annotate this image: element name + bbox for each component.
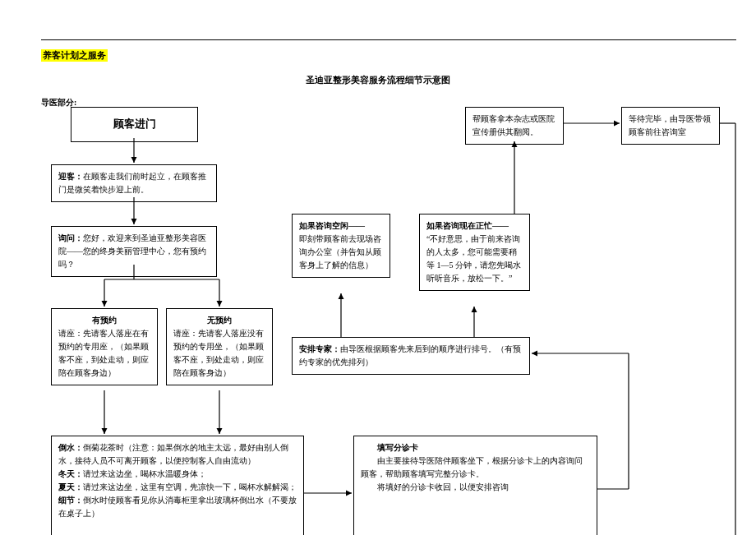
- text-water2: 请过来这边坐，喝杯水温暖身体；: [83, 469, 206, 478]
- label-water2: 冬天：: [58, 469, 83, 478]
- title-card: 填写分诊卡: [377, 443, 418, 452]
- box-wait-done: 等待完毕，由导医带领顾客前往咨询室: [621, 107, 720, 145]
- text-consult-free: 即刻带顾客前去现场咨询办公室（并告知从顾客身上了解的信息）: [299, 233, 383, 272]
- title-has-appt: 有预约: [92, 316, 117, 325]
- label-expert: 安排专家：: [299, 344, 340, 353]
- top-rule: [41, 39, 736, 40]
- label-welcome: 迎客：: [58, 172, 83, 181]
- label-water4: 细节：: [58, 496, 83, 505]
- label-water3: 夏天：: [58, 482, 83, 491]
- box-welcome: 迎客：在顾客走我们前时起立，在顾客推门是微笑着快步迎上前。: [51, 164, 217, 202]
- box-has-appt: 有预约 请座：先请客人落座在有预约的专用座，（如果顾客不座，到处走动，则应陪在顾…: [51, 308, 158, 385]
- text-has-appt: 请座：先请客人落座在有预约的专用座，（如果顾客不座，到处走动，则应陪在顾客身边）: [58, 327, 150, 380]
- box-magazine: 帮顾客拿本杂志或医院宣传册供其翻阅。: [465, 107, 564, 145]
- box-inquiry: 询问：您好，欢迎来到圣迪亚整形美容医院——您的终身美丽管理中心，您有预约吗？: [51, 226, 217, 277]
- text-water4: 倒水时使顾客看见你从消毒柜里拿出玻璃杯倒出水（不要放在桌子上）: [58, 496, 297, 518]
- box-card: 填写分诊卡 由主要接待导医陪伴顾客坐下，根据分诊卡上的内容询问顾客，帮助顾客填写…: [353, 436, 597, 535]
- title-consult-busy: 如果咨询现在正忙——: [426, 221, 509, 230]
- box-no-appt: 无预约 请座：先请客人落座没有预约的专用坐，（如果顾客不座，到处走动，则应陪在顾…: [166, 308, 273, 385]
- box-entry: 顾客进门: [71, 107, 198, 142]
- text-consult-busy: “不好意思，由于前来咨询的人太多，您可能需要稍等 1—5 分钟，请您先喝水听听音…: [426, 233, 523, 285]
- box-expert: 安排专家：由导医根据顾客先来后到的顺序进行排号。（有预约专家的优先排列）: [292, 337, 530, 375]
- box-water: 倒水：倒菊花茶时（注意：如果倒水的地主太远，最好由别人倒水，接待人员不可离开顾客…: [51, 436, 304, 535]
- text-water1: 倒菊花茶时（注意：如果倒水的地主太远，最好由别人倒水，接待人员不可离开顾客，以便…: [58, 443, 288, 465]
- section-title: 养客计划之服务: [41, 49, 108, 62]
- text-no-appt: 请座：先请客人落座没有预约的专用坐，（如果顾客不座，到处走动，则应陪在顾客身边）: [173, 327, 265, 380]
- box-consult-free: 如果咨询空闲—— 即刻带顾客前去现场咨询办公室（并告知从顾客身上了解的信息）: [292, 214, 390, 278]
- text-card1: 由主要接待导医陪伴顾客坐下，根据分诊卡上的内容询问顾客，帮助顾客填写完整分诊卡。: [361, 454, 590, 481]
- box-consult-busy: 如果咨询现在正忙—— “不好意思，由于前来咨询的人太多，您可能需要稍等 1—5 …: [419, 214, 530, 291]
- label-water1: 倒水：: [58, 443, 83, 452]
- title-no-appt: 无预约: [207, 316, 232, 325]
- text-card2: 将填好的分诊卡收回，以便安排咨询: [361, 481, 590, 494]
- label-inquiry: 询问：: [58, 233, 83, 242]
- title-consult-free: 如果咨询空闲——: [299, 221, 365, 230]
- text-water3: 请过来这边坐，这里有空调，先凉快一下，喝杯水解解渴；: [83, 482, 297, 491]
- diagram-title: 圣迪亚整形美容服务流程细节示意图: [0, 74, 756, 86]
